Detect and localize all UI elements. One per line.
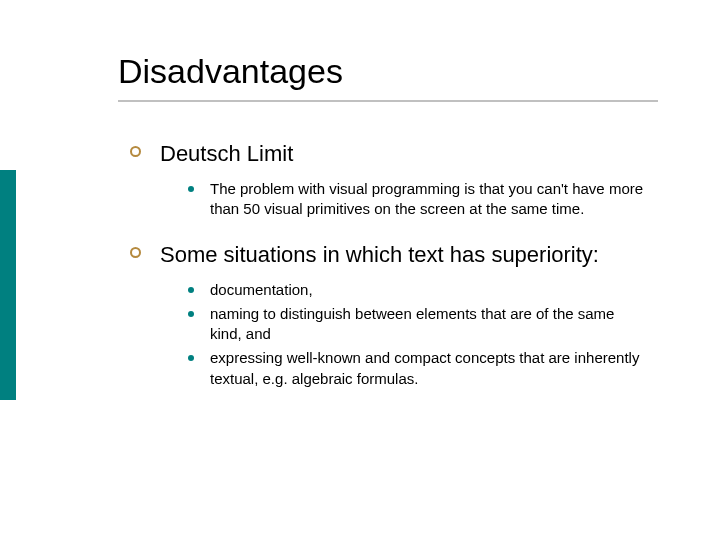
accent-sidebar [0,170,16,400]
dot-bullet-icon [188,311,194,317]
sub-list-item-text: documentation, [210,281,313,298]
slide-title: Disadvantages [118,52,343,91]
sub-list-item: The problem with visual programming is t… [188,179,650,220]
dot-bullet-icon [188,287,194,293]
list-item-text: Some situations in which text has superi… [160,242,599,267]
sub-list-item: expressing well-known and compact concep… [188,348,650,389]
list-item: Deutsch Limit [130,140,650,169]
circle-bullet-icon [130,247,141,258]
list-item: Some situations in which text has superi… [130,241,650,270]
sub-list-item-text: The problem with visual programming is t… [210,180,643,217]
dot-bullet-icon [188,355,194,361]
sub-list-item: naming to distinguish between elements t… [188,304,650,345]
list-item-text: Deutsch Limit [160,141,293,166]
dot-bullet-icon [188,186,194,192]
slide-content: Deutsch Limit The problem with visual pr… [130,140,650,411]
sub-list-item-text: naming to distinguish between elements t… [210,305,614,342]
sub-list: documentation, naming to distinguish bet… [188,280,650,389]
sub-list-item: documentation, [188,280,650,300]
slide: Disadvantages Deutsch Limit The problem … [0,0,720,540]
title-underline [118,100,658,102]
sub-list: The problem with visual programming is t… [188,179,650,220]
sub-list-item-text: expressing well-known and compact concep… [210,349,639,386]
circle-bullet-icon [130,146,141,157]
